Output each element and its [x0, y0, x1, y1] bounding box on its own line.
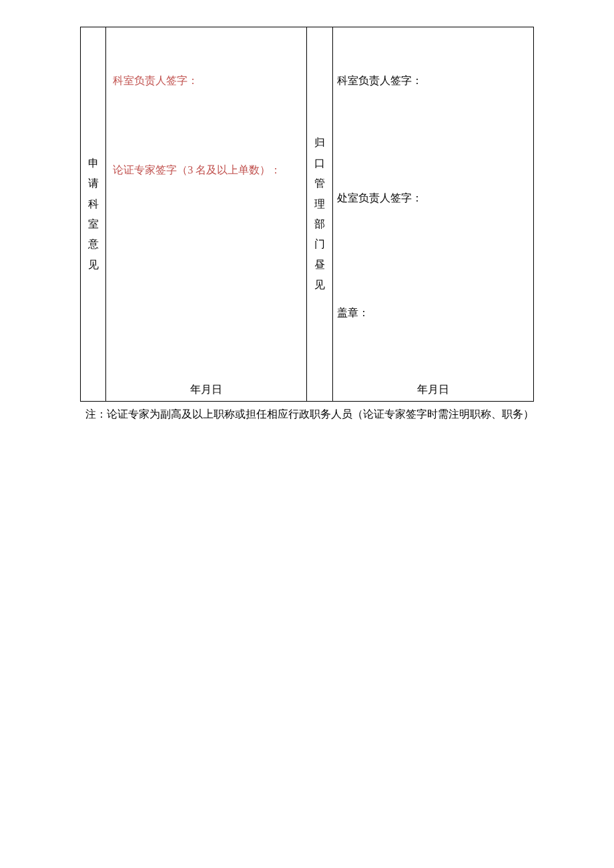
- right-dept-sign-label: 科室负责人签字：: [337, 74, 422, 88]
- vchar: 管: [310, 173, 329, 193]
- vchar: 昼: [310, 255, 329, 275]
- vchar: 见: [310, 275, 329, 295]
- right-date-label: 年月日: [333, 383, 533, 397]
- vchar: 理: [310, 194, 329, 214]
- vchar: 见: [83, 255, 103, 275]
- right-office-sign-label: 处室负责人签字：: [337, 191, 422, 205]
- right-header-cell: 归 口 管 理 部 门 昼 见: [307, 27, 332, 402]
- left-content-cell: 科室负责人签字： 论证专家签字（3 名及以上单数）： 年月日: [106, 27, 307, 402]
- vchar: 口: [310, 153, 329, 173]
- right-header-vertical-text: 归 口 管 理 部 门 昼 见: [310, 133, 329, 295]
- right-content-cell: 科室负责人签字： 处室负责人签字： 盖章： 年月日: [332, 27, 533, 402]
- left-expert-sign-label: 论证专家签字（3 名及以上单数）：: [113, 163, 281, 177]
- vchar: 门: [310, 234, 329, 254]
- table-row: 申 请 科 室 意 见 科室负责人签字： 论证专家签字（3 名及以上单数）： 年…: [81, 27, 534, 402]
- right-seal-label: 盖章：: [337, 306, 369, 320]
- vchar: 归: [310, 133, 329, 153]
- left-dept-sign-label: 科室负责人签字：: [113, 74, 198, 88]
- document-page: 申 请 科 室 意 见 科室负责人签字： 论证专家签字（3 名及以上单数）： 年…: [80, 27, 534, 423]
- footnote-text: 注：论证专家为副高及以上职称或担任相应行政职务人员（论证专家签字时需注明职称、职…: [80, 406, 534, 423]
- left-header-vertical-text: 申 请 科 室 意 见: [83, 153, 103, 275]
- vchar: 部: [310, 214, 329, 234]
- signature-table: 申 请 科 室 意 见 科室负责人签字： 论证专家签字（3 名及以上单数）： 年…: [80, 27, 534, 402]
- right-cell-inner: 科室负责人签字： 处室负责人签字： 盖章： 年月日: [333, 27, 533, 401]
- vchar: 请: [83, 173, 103, 193]
- left-date-label: 年月日: [106, 383, 306, 397]
- left-header-cell: 申 请 科 室 意 见: [81, 27, 106, 402]
- vchar: 室: [83, 214, 103, 234]
- vchar: 科: [83, 194, 103, 214]
- vchar: 申: [83, 153, 103, 173]
- left-cell-inner: 科室负责人签字： 论证专家签字（3 名及以上单数）： 年月日: [106, 27, 306, 401]
- vchar: 意: [83, 234, 103, 254]
